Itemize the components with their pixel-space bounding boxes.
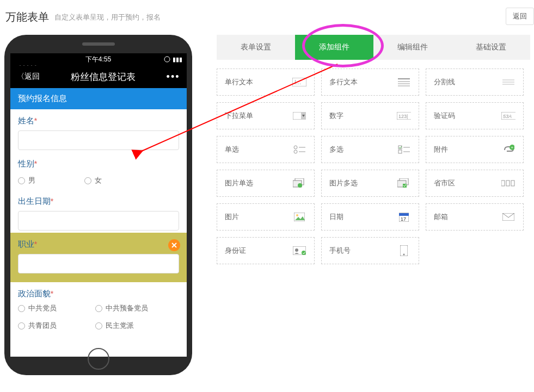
radio-pol2[interactable]: 中共预备党员 (95, 303, 173, 313)
field-job-selected[interactable]: 职业* (10, 233, 187, 282)
status-bar: 下午4:55 ▮▮▮ (10, 53, 187, 65)
tab-edit-component[interactable]: 编辑组件 (373, 35, 452, 60)
builder-tabs: 表单设置 添加组件 编辑组件 基础设置 (217, 35, 530, 60)
field-political[interactable]: 政治面貌* 中共党员 中共预备党员 共青团员 民主党派 (10, 282, 187, 340)
comp-region[interactable]: 省市区 (426, 170, 524, 197)
dropdown-icon (292, 111, 306, 121)
comp-image-checkbox[interactable]: 图片多选 (321, 170, 419, 197)
comp-phone[interactable]: 手机号 (321, 237, 419, 264)
svg-rect-24 (398, 150, 402, 153)
svg-point-45 (302, 251, 306, 255)
image-icon (292, 212, 306, 222)
remove-field-button[interactable] (168, 239, 180, 251)
name-input[interactable] (18, 130, 179, 150)
svg-text:123|: 123| (398, 114, 408, 119)
svg-point-18 (294, 146, 297, 149)
svg-rect-34 (501, 181, 505, 186)
phone-home-button (88, 348, 109, 370)
phone-notch (82, 42, 115, 46)
radio-female[interactable]: 女 (84, 176, 102, 185)
radio-icon (18, 305, 25, 312)
svg-point-44 (295, 248, 298, 252)
component-palette: 单行文本I… 多行文本 分割线 下拉菜单 数字123| 验证码53A 单选 多选… (217, 60, 530, 264)
svg-point-0 (164, 57, 170, 62)
field-label: 姓名* (18, 116, 179, 126)
radio-male[interactable]: 男 (18, 176, 35, 185)
svg-text:I…: I… (294, 79, 302, 85)
calendar-icon: 17 (397, 212, 411, 222)
comp-email[interactable]: 邮箱 (426, 203, 524, 231)
nav-more-button[interactable]: ••• (167, 71, 180, 83)
comp-captcha[interactable]: 验证码53A (426, 102, 524, 129)
nav-title: 粉丝信息登记表 (71, 71, 136, 83)
divider-icon (501, 77, 515, 87)
field-label: 政治面貌* (18, 289, 179, 299)
comp-checkbox[interactable]: 多选 (321, 136, 419, 163)
back-button[interactable]: 返回 (506, 8, 534, 25)
field-gender[interactable]: 性别* 男 女 (10, 152, 187, 190)
comp-multi-text[interactable]: 多行文本 (321, 69, 419, 96)
comp-single-text[interactable]: 单行文本I… (217, 69, 315, 96)
field-label: 性别* (18, 159, 179, 169)
radio-icon (292, 145, 306, 154)
tab-add-component[interactable]: 添加组件 (295, 35, 373, 60)
nav-bar: 〈 返回 粉丝信息登记表 ••• (10, 65, 187, 88)
status-time: 下午4:55 (85, 55, 111, 64)
captcha-icon: 53A (501, 111, 515, 121)
comp-image[interactable]: 图片 (217, 203, 315, 231)
comp-divider[interactable]: 分割线 (426, 69, 524, 96)
svg-point-20 (294, 150, 297, 153)
textarea-icon (397, 77, 411, 87)
svg-point-47 (403, 254, 405, 256)
nav-back-button[interactable]: 〈 返回 (17, 72, 40, 82)
field-birth[interactable]: 出生日期* (10, 190, 187, 233)
radio-icon (95, 305, 102, 312)
svg-rect-35 (506, 181, 510, 186)
region-icon (501, 178, 515, 188)
chevron-left-icon: 〈 (17, 72, 24, 82)
form-section-header: 预约报名信息 (10, 88, 187, 109)
comp-number[interactable]: 数字123| (321, 102, 419, 129)
comp-idcard[interactable]: 身份证 (217, 237, 315, 264)
tab-form-settings[interactable]: 表单设置 (217, 35, 295, 60)
birth-input[interactable] (18, 211, 179, 231)
radio-icon (18, 177, 25, 184)
svg-point-38 (296, 214, 298, 216)
checkbox-icon (397, 145, 411, 154)
svg-text:+: + (511, 145, 514, 150)
number-icon: 123| (397, 111, 411, 121)
comp-image-radio[interactable]: 图片单选 (217, 170, 315, 197)
form-body: 姓名* 性别* 男 女 出生日期* 职业* (10, 109, 187, 340)
svg-rect-36 (511, 181, 514, 186)
comp-radio[interactable]: 单选 (217, 136, 315, 163)
radio-pol1[interactable]: 中共党员 (18, 303, 95, 313)
job-input[interactable] (18, 254, 179, 273)
field-name[interactable]: 姓名* (10, 109, 187, 152)
image-radio-icon (292, 178, 306, 188)
radio-icon (18, 322, 25, 329)
page-subtitle: 自定义表单呈现，用于预约，报名 (54, 13, 161, 22)
page-title: 万能表单 (5, 10, 49, 24)
svg-rect-40 (399, 213, 409, 216)
page-header: 万能表单 自定义表单呈现，用于预约，报名 (0, 0, 534, 32)
idcard-icon (292, 246, 306, 256)
phone-icon (397, 246, 411, 256)
comp-date[interactable]: 日期17 (321, 203, 419, 231)
radio-icon (84, 177, 91, 184)
radio-pol4[interactable]: 民主党派 (95, 321, 173, 331)
svg-text:17: 17 (401, 216, 406, 222)
close-icon (171, 242, 177, 248)
field-label: 出生日期* (18, 196, 179, 207)
status-icons: ▮▮▮ (164, 56, 182, 63)
radio-pol3[interactable]: 共青团员 (18, 321, 95, 331)
tab-basic-settings[interactable]: 基础设置 (452, 35, 530, 60)
email-icon (501, 212, 515, 222)
attachment-icon: + (501, 145, 515, 154)
svg-text:53A: 53A (503, 114, 512, 119)
radio-icon (95, 322, 102, 329)
comp-attachment[interactable]: 附件+ (426, 136, 524, 163)
phone-mockup: ●●●●● 下午4:55 ▮▮▮ 〈 返回 粉丝信息登记表 ••• 预约报名信息… (4, 35, 192, 375)
svg-point-30 (298, 183, 302, 188)
text-input-icon: I… (292, 77, 306, 87)
comp-dropdown[interactable]: 下拉菜单 (217, 102, 315, 129)
